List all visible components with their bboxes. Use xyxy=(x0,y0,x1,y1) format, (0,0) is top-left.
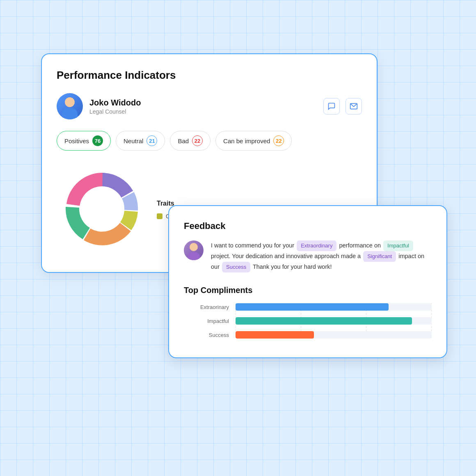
legend-dot-communication xyxy=(157,213,162,219)
profile-left: Joko Widodo Legal Counsel xyxy=(57,93,141,119)
feedback-avatar-body xyxy=(188,252,200,260)
chip-positives[interactable]: Positives 76 xyxy=(57,131,111,151)
feedback-title: Feedback xyxy=(184,221,432,231)
bar-label-extraordinary: Extraorinary xyxy=(184,304,229,310)
chip-neutral-badge: 21 xyxy=(146,135,157,146)
bar-label-impactful: Impactful xyxy=(184,318,229,324)
chip-improved-label: Can be improved xyxy=(223,137,270,144)
chip-neutral-label: Neutral xyxy=(124,137,143,144)
chip-bad-badge: 22 xyxy=(192,135,203,146)
profile-name: Joko Widodo xyxy=(89,98,141,108)
avatar-body xyxy=(62,108,78,119)
bar-track-extraordinary xyxy=(236,303,432,311)
chip-positives-label: Positives xyxy=(64,137,89,144)
mail-icon-button[interactable] xyxy=(346,98,362,114)
bar-track-success xyxy=(236,331,432,339)
chip-bad-label: Bad xyxy=(178,137,189,144)
scene: Performance Indicators Joko Widodo Legal… xyxy=(33,41,443,435)
bar-fill-impactful xyxy=(236,317,412,325)
chip-bad[interactable]: Bad 22 xyxy=(170,131,211,151)
bar-fill-success xyxy=(236,331,314,339)
svg-point-1 xyxy=(80,188,123,230)
bar-row-impactful: Impactful xyxy=(184,317,432,325)
feedback-avatar-figure xyxy=(187,243,200,260)
avatar-head xyxy=(65,97,75,107)
profile-icons xyxy=(323,98,362,114)
tag-impactful: Impactful xyxy=(383,240,413,251)
feedback-body: I want to commend you for your Extraordi… xyxy=(184,240,432,272)
donut-chart xyxy=(57,164,147,256)
feedback-avatar xyxy=(184,240,204,260)
chip-improved-badge: 22 xyxy=(273,135,284,146)
compliments-title: Top Compliments xyxy=(184,286,432,295)
donut-svg xyxy=(57,164,147,254)
performance-title: Performance Indicators xyxy=(57,69,362,82)
feedback-text: I want to commend you for your Extraordi… xyxy=(211,240,432,272)
profile-row: Joko Widodo Legal Counsel xyxy=(57,93,362,119)
chat-icon-button[interactable] xyxy=(323,98,340,114)
bar-label-success: Success xyxy=(184,332,229,338)
chip-positives-badge: 76 xyxy=(92,135,103,146)
filter-chips: Positives 76 Neutral 21 Bad 22 Can be im… xyxy=(57,131,362,151)
bar-fill-extraordinary xyxy=(236,303,389,311)
feedback-avatar-head xyxy=(190,243,198,251)
chip-neutral[interactable]: Neutral 21 xyxy=(116,131,165,151)
bar-chart: Extraorinary Impactful Success xyxy=(184,303,432,339)
bar-row-extraordinary: Extraorinary xyxy=(184,303,432,311)
profile-role: Legal Counsel xyxy=(89,108,141,115)
bar-row-success: Success xyxy=(184,331,432,339)
avatar-figure xyxy=(61,97,79,119)
profile-info: Joko Widodo Legal Counsel xyxy=(89,98,141,115)
chip-can-be-improved[interactable]: Can be improved 22 xyxy=(215,131,292,151)
tag-success: Success xyxy=(222,262,250,272)
tag-extraordinary: Extraordinary xyxy=(297,240,336,251)
avatar xyxy=(57,93,83,119)
bar-track-impactful xyxy=(236,317,432,325)
tag-significant: Significant xyxy=(363,251,396,262)
feedback-card: Feedback I want to commend you for your … xyxy=(168,205,447,358)
